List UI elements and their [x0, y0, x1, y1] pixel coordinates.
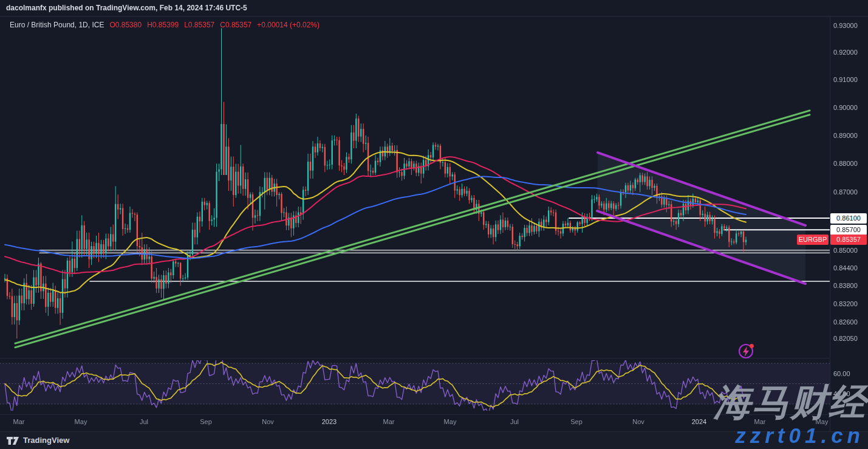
- price-tick: 0.93000: [833, 22, 858, 29]
- time-tick-month: Nov: [250, 418, 286, 425]
- tradingview-brand-text[interactable]: TradingView: [23, 436, 69, 445]
- ohlc-close: C0.85357: [220, 21, 251, 29]
- time-tick-month: Mar: [371, 418, 407, 425]
- ohlc-open: O0.85380: [109, 21, 142, 29]
- price-tick: 0.83200: [833, 300, 858, 307]
- ohlc-low: L0.85357: [184, 21, 214, 29]
- last-price-label: 0.85357: [830, 235, 867, 245]
- price-tick: 0.82050: [833, 335, 858, 342]
- time-tick-month: Sep: [188, 418, 224, 425]
- price-tick: 0.92000: [833, 49, 858, 56]
- time-tick-month: Nov: [620, 418, 657, 425]
- price-tick: 0.87000: [833, 188, 858, 196]
- time-tick-month: Sep: [558, 418, 595, 425]
- time-tick-year: 2023: [311, 418, 347, 425]
- time-tick-month: May: [63, 418, 99, 425]
- time-tick-month: Jul: [126, 418, 162, 425]
- resistance-level-label-1: 0.86100: [830, 213, 867, 224]
- symbol-price-tag: EURGBP: [797, 235, 829, 245]
- time-tick-month: Jul: [496, 418, 533, 425]
- price-tick: 0.84400: [833, 264, 858, 272]
- watermark-url: zzrt01.cn: [735, 425, 864, 446]
- price-tick: 0.88000: [833, 160, 858, 167]
- tradingview-published-chart: dacolmanfx published on TradingView.com,…: [0, 0, 868, 449]
- tradingview-logo-icon[interactable]: [6, 436, 19, 448]
- ohlc-high: H0.85399: [147, 21, 179, 29]
- symbol-title[interactable]: Euro / British Pound, 1D, ICE: [10, 21, 104, 29]
- price-change: +0.00014 (+0.02%): [257, 21, 320, 29]
- flash-ideas-icon[interactable]: [736, 340, 757, 363]
- time-tick-month: May: [432, 418, 468, 425]
- time-tick-month: Mar: [1, 418, 37, 425]
- rsi-tick: 60.00: [833, 370, 850, 377]
- watermark-text: 海马财经: [714, 384, 867, 421]
- symbol-legend[interactable]: Euro / British Pound, 1D, ICE O0.85380 H…: [10, 21, 320, 29]
- price-tick: 0.89000: [833, 132, 858, 139]
- price-tick: 0.85000: [833, 247, 858, 254]
- resistance-level-label-2: 0.85700: [830, 225, 867, 235]
- time-tick-year: 2024: [681, 418, 717, 425]
- price-tick: 0.91000: [833, 76, 858, 83]
- price-tick: 0.90000: [833, 104, 858, 111]
- publish-info-text: dacolmanfx published on TradingView.com,…: [6, 4, 247, 12]
- publish-header: dacolmanfx published on TradingView.com,…: [0, 0, 868, 16]
- price-tick: 0.83800: [833, 282, 858, 289]
- price-tick: 0.82600: [833, 318, 858, 326]
